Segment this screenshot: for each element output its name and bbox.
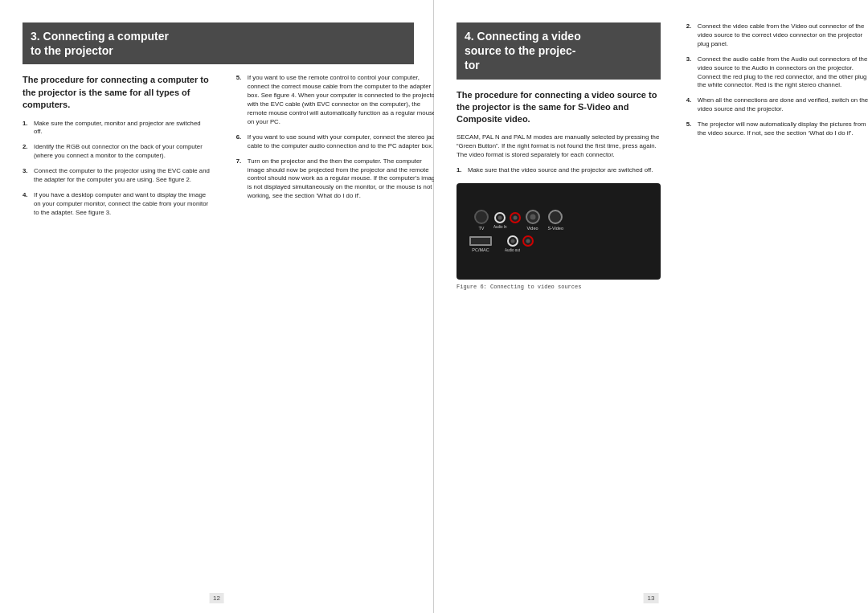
list-num: 4. <box>686 96 694 114</box>
audio-out-R: . <box>522 235 534 252</box>
list-item: 6.If you want to use sound with your com… <box>236 133 440 151</box>
list-num: 1. <box>457 166 465 175</box>
list-num: 1. <box>23 120 31 137</box>
video-connector-group: Video <box>526 210 540 231</box>
pc-mac-port <box>469 236 492 246</box>
audio-out-L: Audio out <box>505 235 520 252</box>
list-num: 5. <box>686 121 694 138</box>
right-column-2: 2.Connect the video cable from the Video… <box>686 22 868 597</box>
audio-in-L: Audio In <box>493 212 507 229</box>
connectors-top-row: TV Audio In . <box>466 210 651 231</box>
list-text: Connect the video cable from the Video o… <box>698 22 868 49</box>
list-item: 5.If you want to use the remote control … <box>236 74 440 126</box>
tv-label: TV <box>478 226 484 231</box>
list-num: 4. <box>23 191 31 218</box>
list-item: 1.Make sure that the video source and th… <box>457 166 661 175</box>
right-content: 4. Connecting a video source to the proj… <box>457 22 849 597</box>
list-item: 3.Connect the audio cable from the Audio… <box>686 55 868 91</box>
list-num: 7. <box>236 157 244 202</box>
tv-port <box>474 210 489 224</box>
page-right: 4. Connecting a video source to the proj… <box>434 0 868 613</box>
list-item: 1.Make sure the computer, monitor and pr… <box>23 120 211 137</box>
pc-mac-group: PC/MAC <box>469 236 492 252</box>
list-num: 2. <box>23 143 31 161</box>
list-text: If you have a desktop computer and want … <box>34 191 211 218</box>
list-text: The projector will now automatically dis… <box>698 121 868 138</box>
list-item: 5.The projector will now automatically d… <box>686 121 868 138</box>
left-column-2: 5.If you want to use the remote control … <box>236 74 440 597</box>
list-num: 2. <box>686 22 694 49</box>
left-list-col2: 5.If you want to use the remote control … <box>236 74 440 201</box>
page-number-right: 13 <box>644 593 659 603</box>
audio-out-group: Audio out . <box>505 235 534 252</box>
right-list-col1: 1.Make sure that the video source and th… <box>457 166 661 175</box>
svideo-port <box>548 210 563 224</box>
list-item: 4.When all the connections are done and … <box>686 96 868 114</box>
list-text: Make sure the computer, monitor and proj… <box>34 120 211 137</box>
right-column-1: 4. Connecting a video source to the proj… <box>457 22 661 597</box>
connectors-bottom-row: PC/MAC Audio out . <box>466 235 651 252</box>
rca-red-port <box>510 212 521 223</box>
audio-in-group: Audio In . <box>493 212 521 229</box>
list-item: 7.Turn on the projector and the then the… <box>236 157 440 202</box>
audio-in-label: Audio In <box>493 225 507 229</box>
page-left: 3. Connecting a computer to the projecto… <box>0 0 434 613</box>
list-text: If you want to use the remote control to… <box>248 74 440 126</box>
list-num: 6. <box>236 133 244 151</box>
list-item: 3.Connect the computer to the projector … <box>23 167 211 185</box>
list-num: 5. <box>236 74 244 126</box>
right-intro: The procedure for connecting a video sou… <box>457 89 661 126</box>
audio-out-label: Audio out <box>505 248 520 252</box>
list-num: 3. <box>23 167 31 185</box>
rca-white-port <box>494 212 506 223</box>
rca-out-white <box>507 235 518 247</box>
figure-box: TV Audio In . <box>457 183 661 280</box>
svideo-connector-group: S-Video <box>548 210 563 231</box>
video-label: Video <box>527 226 538 231</box>
left-list-col1: 1.Make sure the computer, monitor and pr… <box>23 120 211 218</box>
list-text: Connect the audio cable from the Audio o… <box>698 55 868 91</box>
rca-out-red <box>522 235 534 247</box>
pc-mac-label: PC/MAC <box>472 247 489 252</box>
left-intro: The procedure for connecting a computer … <box>23 74 211 111</box>
list-item: 2.Identify the RGB out connector on the … <box>23 143 211 161</box>
page-number-left: 12 <box>209 593 224 603</box>
list-text: Turn on the projector and the then the c… <box>248 157 440 202</box>
list-text: When all the connections are done and ve… <box>698 96 868 114</box>
right-list-col2: 2.Connect the video cable from the Video… <box>686 22 868 138</box>
list-text: Identify the RGB out connector on the ba… <box>34 143 211 161</box>
audio-in-R: . <box>510 212 521 229</box>
left-column-1: The procedure for connecting a computer … <box>23 74 211 597</box>
left-section-header: 3. Connecting a computer to the projecto… <box>23 22 414 64</box>
right-section-header: 4. Connecting a video source to the proj… <box>457 22 661 80</box>
svideo-label: S-Video <box>548 226 563 231</box>
list-text: If you want to use sound with your compu… <box>248 133 440 151</box>
figure-area: TV Audio In . <box>457 183 661 290</box>
figure-caption: Figure 6: Connecting to video sources <box>457 284 661 290</box>
list-item: 2.Connect the video cable from the Video… <box>686 22 868 49</box>
list-item: 4.If you have a desktop computer and wan… <box>23 191 211 218</box>
right-body: SECAM, PAL N and PAL M modes are manuall… <box>457 133 661 160</box>
tv-connector-group: TV <box>474 210 489 231</box>
list-text: Connect the computer to the projector us… <box>34 167 211 185</box>
list-text: Make sure that the video source and the … <box>468 166 653 175</box>
list-num: 3. <box>686 55 694 91</box>
video-port <box>526 210 540 224</box>
